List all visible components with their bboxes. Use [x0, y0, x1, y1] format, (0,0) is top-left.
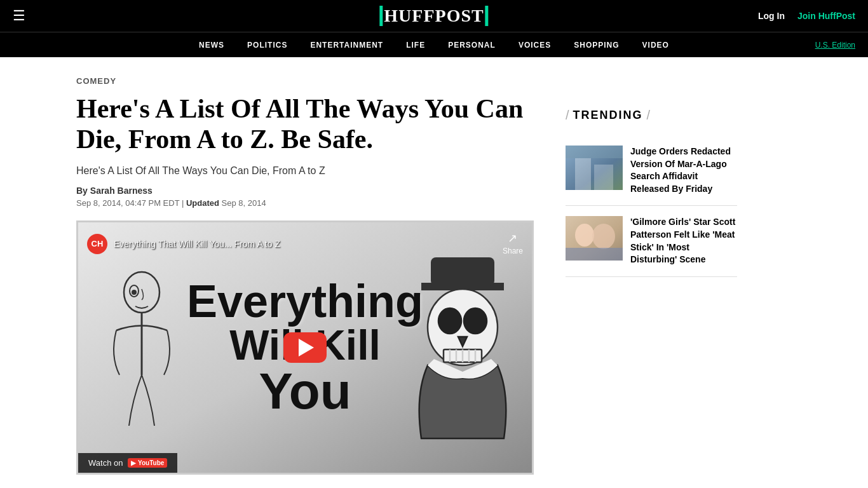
login-button[interactable]: Log In	[758, 11, 785, 21]
video-player[interactable]: Everything Will Kill You CH Everything T…	[76, 220, 534, 475]
share-icon: ↗	[508, 231, 517, 245]
trending-thumb-2	[566, 216, 623, 261]
channel-logo: CH	[87, 234, 107, 254]
trending-slash-left: /	[566, 108, 569, 123]
publish-date: Sep 8, 2014, 04:47 PM EDT	[76, 198, 179, 208]
play-triangle-icon	[299, 339, 314, 356]
article-subtitle: Here's A List Of All The Ways You Can Di…	[76, 165, 534, 177]
watch-on-youtube-bar[interactable]: Watch on ▶ YouTube	[78, 453, 177, 473]
nav-item-politics[interactable]: POLITICS	[236, 32, 299, 58]
watch-label: Watch on	[88, 458, 123, 468]
svg-rect-23	[566, 248, 623, 261]
main-container: COMEDY Here's A List Of All The Ways You…	[0, 57, 868, 488]
article-section: COMEDY Here's A List Of All The Ways You…	[0, 57, 559, 488]
site-header: ☰ HUFFPOST Log In Join HuffPost	[0, 0, 868, 32]
svg-point-8	[438, 308, 461, 334]
trending-item-1: Judge Orders Redacted Version Of Mar-A-L…	[566, 135, 737, 206]
site-logo[interactable]: HUFFPOST	[378, 6, 489, 26]
logo-bar-right	[485, 6, 489, 26]
svg-point-9	[464, 308, 487, 334]
trending-slash-right: /	[647, 108, 651, 123]
author-name[interactable]: Sarah Barness	[90, 186, 153, 196]
share-label: Share	[503, 247, 523, 255]
svg-point-22	[592, 224, 615, 249]
nav-wrapper: NEWS POLITICS ENTERTAINMENT LIFE PERSONA…	[0, 32, 868, 57]
updated-date: Sep 8, 2014	[222, 198, 266, 208]
article-title: Here's A List Of All The Ways You Can Di…	[76, 93, 534, 155]
join-button[interactable]: Join HuffPost	[797, 11, 855, 21]
svg-point-21	[575, 224, 594, 247]
play-button[interactable]	[283, 332, 327, 363]
svg-rect-6	[431, 257, 494, 286]
main-nav: NEWS POLITICS ENTERTAINMENT LIFE PERSONA…	[0, 32, 868, 57]
sidebar: / TRENDING /	[559, 57, 750, 488]
share-button[interactable]: ↗ Share	[503, 231, 523, 255]
updated-label: Updated	[186, 198, 219, 208]
nav-item-life[interactable]: LIFE	[395, 32, 437, 58]
header-right: Log In Join HuffPost	[758, 11, 855, 21]
trending-item-1-title[interactable]: Judge Orders Redacted Version Of Mar-A-L…	[630, 146, 737, 195]
trending-item-2-title[interactable]: 'Gilmore Girls' Star Scott Patterson Fel…	[630, 216, 737, 266]
trending-thumbnail-image-1	[566, 146, 623, 190]
trending-title: TRENDING	[573, 109, 643, 122]
date-separator: |	[179, 198, 186, 208]
svg-rect-19	[566, 146, 623, 158]
nav-item-voices[interactable]: VOICES	[507, 32, 562, 58]
author-prefix: By	[76, 186, 90, 196]
nav-item-entertainment[interactable]: ENTERTAINMENT	[299, 32, 395, 58]
play-button-wrap[interactable]	[283, 332, 327, 363]
trending-item-2: 'Gilmore Girls' Star Scott Patterson Fel…	[566, 206, 737, 276]
video-title-bar: CH Everything That Will Kill You... From…	[78, 229, 532, 259]
nav-item-video[interactable]: VIDEO	[631, 32, 681, 58]
logo-text: HUFFPOST	[384, 6, 484, 26]
edition-selector[interactable]: U.S. Edition	[815, 41, 855, 50]
article-category[interactable]: COMEDY	[76, 76, 534, 86]
article-author: By Sarah Barness	[76, 186, 534, 196]
trending-thumb-1	[566, 146, 623, 190]
nav-item-news[interactable]: NEWS	[187, 32, 236, 58]
trending-header: / TRENDING /	[566, 108, 737, 123]
trending-thumbnail-image-2	[566, 216, 623, 261]
svg-rect-18	[594, 165, 613, 190]
youtube-logo: ▶ YouTube	[128, 458, 167, 468]
svg-rect-17	[575, 158, 591, 190]
header-left: ☰	[13, 8, 25, 24]
logo-bar-left	[379, 6, 383, 26]
trending-thumb-svg-2	[566, 216, 623, 261]
video-background: Everything Will Kill You CH Everything T…	[78, 222, 532, 473]
svg-point-3	[132, 290, 136, 294]
article-date: Sep 8, 2014, 04:47 PM EDT | Updated Sep …	[76, 198, 534, 208]
video-title-text: Everything That Will Kill You... From A …	[114, 239, 280, 249]
nav-item-personal[interactable]: PERSONAL	[437, 32, 507, 58]
hamburger-menu-icon[interactable]: ☰	[13, 8, 25, 24]
trending-thumb-svg-1	[566, 146, 623, 190]
nav-item-shopping[interactable]: SHOPPING	[562, 32, 630, 58]
